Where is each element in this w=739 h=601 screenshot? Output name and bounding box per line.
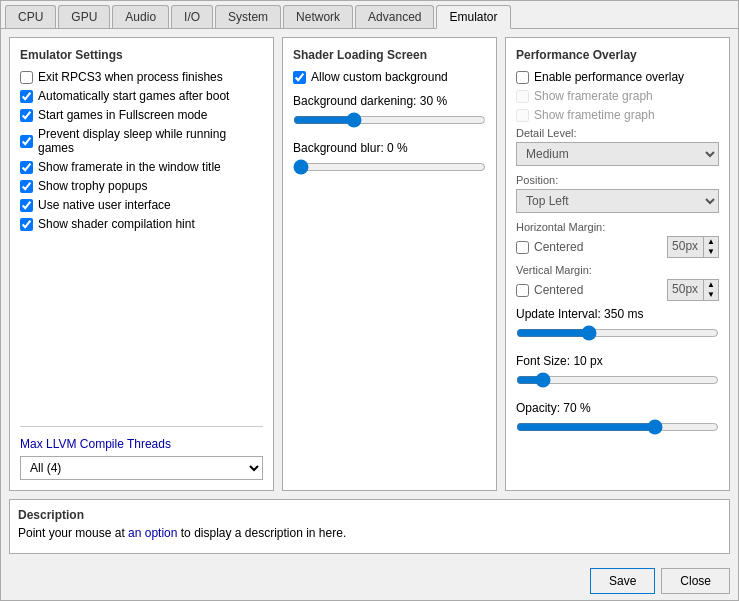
tab-cpu[interactable]: CPU <box>5 5 56 28</box>
emulator-settings-title: Emulator Settings <box>20 48 263 62</box>
shader-hint-label[interactable]: Show shader compilation hint <box>38 217 195 231</box>
trophy-popups-checkbox[interactable] <box>20 180 33 193</box>
position-select[interactable]: Top Left <box>516 189 719 213</box>
max-llvm-label: Max LLVM Compile Threads <box>20 437 263 451</box>
enable-perf-checkbox[interactable] <box>516 71 529 84</box>
opacity-value-text: 70 % <box>563 401 590 415</box>
save-button[interactable]: Save <box>590 568 655 594</box>
font-size-label: Font Size: 10 px <box>516 354 719 368</box>
emulator-settings-panel: Emulator Settings Exit RPCS3 when proces… <box>9 37 274 491</box>
bg-darkening-group: Background darkening: 30 % <box>293 94 486 131</box>
allow-custom-bg-checkbox[interactable] <box>293 71 306 84</box>
checkbox-exit-rpcs3: Exit RPCS3 when process finishes <box>20 70 263 84</box>
h-px-spinbox: 50px ▲ ▼ <box>667 236 719 258</box>
auto-start-checkbox[interactable] <box>20 90 33 103</box>
tab-system[interactable]: System <box>215 5 281 28</box>
fullscreen-label[interactable]: Start games in Fullscreen mode <box>38 108 207 122</box>
h-px-up-arrow[interactable]: ▲ <box>704 237 718 247</box>
performance-overlay-panel: Performance Overlay Enable performance o… <box>505 37 730 491</box>
detail-level-group: Detail Level: Medium <box>516 127 719 166</box>
update-interval-group: Update Interval: 350 ms <box>516 307 719 344</box>
bg-darkening-value: 30 % <box>420 94 447 108</box>
bg-blur-group: Background blur: 0 % <box>293 141 486 178</box>
close-button[interactable]: Close <box>661 568 730 594</box>
h-margin-label: Horizontal Margin: <box>516 221 719 233</box>
v-px-arrows: ▲ ▼ <box>703 280 718 300</box>
tab-audio[interactable]: Audio <box>112 5 169 28</box>
native-ui-checkbox[interactable] <box>20 199 33 212</box>
tab-gpu[interactable]: GPU <box>58 5 110 28</box>
description-text-after: to display a description in here. <box>177 526 346 540</box>
position-group: Position: Top Left <box>516 174 719 213</box>
v-margin-row: Centered 50px ▲ ▼ <box>516 279 719 301</box>
shader-hint-checkbox[interactable] <box>20 218 33 231</box>
opacity-group: Opacity: 70 % <box>516 401 719 438</box>
checkbox-trophy-popups: Show trophy popups <box>20 179 263 193</box>
description-text: Point your mouse at an option to display… <box>18 526 721 540</box>
h-px-value: 50px <box>668 237 703 257</box>
description-panel: Description Point your mouse at an optio… <box>9 499 730 554</box>
prevent-sleep-label[interactable]: Prevent display sleep while running game… <box>38 127 263 155</box>
update-interval-value-text: 350 ms <box>604 307 643 321</box>
v-margin-label: Vertical Margin: <box>516 264 719 276</box>
shader-loading-title: Shader Loading Screen <box>293 48 486 62</box>
h-centered-label[interactable]: Centered <box>534 240 662 254</box>
v-centered-label[interactable]: Centered <box>534 283 662 297</box>
footer: Save Close <box>1 562 738 600</box>
bg-blur-slider[interactable] <box>293 159 486 175</box>
tab-network[interactable]: Network <box>283 5 353 28</box>
framerate-title-checkbox[interactable] <box>20 161 33 174</box>
bg-blur-label: Background blur: 0 % <box>293 141 486 155</box>
opacity-slider[interactable] <box>516 419 719 435</box>
auto-start-label[interactable]: Automatically start games after boot <box>38 89 229 103</box>
show-frametime-graph-label: Show frametime graph <box>534 108 655 122</box>
show-frametime-graph-row: Show frametime graph <box>516 108 719 122</box>
allow-custom-bg-row: Allow custom background <box>293 70 486 84</box>
checkbox-prevent-sleep: Prevent display sleep while running game… <box>20 127 263 155</box>
checkbox-fullscreen: Start games in Fullscreen mode <box>20 108 263 122</box>
detail-level-select[interactable]: Medium <box>516 142 719 166</box>
checkbox-native-ui: Use native user interface <box>20 198 263 212</box>
native-ui-label[interactable]: Use native user interface <box>38 198 171 212</box>
checkbox-auto-start: Automatically start games after boot <box>20 89 263 103</box>
tab-emulator[interactable]: Emulator <box>436 5 510 29</box>
perf-overlay-title: Performance Overlay <box>516 48 719 62</box>
checkbox-shader-hint: Show shader compilation hint <box>20 217 263 231</box>
h-margin-row: Centered 50px ▲ ▼ <box>516 236 719 258</box>
exit-rpcs3-checkbox[interactable] <box>20 71 33 84</box>
content-area: Emulator Settings Exit RPCS3 when proces… <box>1 29 738 499</box>
shader-loading-panel: Shader Loading Screen Allow custom backg… <box>282 37 497 491</box>
tab-advanced[interactable]: Advanced <box>355 5 434 28</box>
show-framerate-graph-checkbox[interactable] <box>516 90 529 103</box>
description-text-before: Point your mouse at <box>18 526 128 540</box>
update-interval-label: Update Interval: 350 ms <box>516 307 719 321</box>
v-px-up-arrow[interactable]: ▲ <box>704 280 718 290</box>
font-size-slider[interactable] <box>516 372 719 388</box>
h-px-arrows: ▲ ▼ <box>703 237 718 257</box>
tab-io[interactable]: I/O <box>171 5 213 28</box>
prevent-sleep-checkbox[interactable] <box>20 135 33 148</box>
enable-perf-label[interactable]: Enable performance overlay <box>534 70 684 84</box>
framerate-title-label[interactable]: Show framerate in the window title <box>38 160 221 174</box>
bg-blur-value: 0 % <box>387 141 408 155</box>
h-centered-checkbox[interactable] <box>516 241 529 254</box>
v-centered-checkbox[interactable] <box>516 284 529 297</box>
v-px-spinbox: 50px ▲ ▼ <box>667 279 719 301</box>
checkbox-framerate-title: Show framerate in the window title <box>20 160 263 174</box>
bg-darkening-slider[interactable] <box>293 112 486 128</box>
allow-custom-bg-label[interactable]: Allow custom background <box>311 70 448 84</box>
show-framerate-graph-row: Show framerate graph <box>516 89 719 103</box>
detail-level-label: Detail Level: <box>516 127 719 139</box>
tab-bar: CPU GPU Audio I/O System Network Advance… <box>1 1 738 29</box>
v-px-value: 50px <box>668 280 703 300</box>
show-frametime-graph-checkbox[interactable] <box>516 109 529 122</box>
max-llvm-select[interactable]: All (4) <box>20 456 263 480</box>
v-px-down-arrow[interactable]: ▼ <box>704 290 718 300</box>
opacity-label: Opacity: 70 % <box>516 401 719 415</box>
h-px-down-arrow[interactable]: ▼ <box>704 247 718 257</box>
description-title: Description <box>18 508 721 522</box>
exit-rpcs3-label[interactable]: Exit RPCS3 when process finishes <box>38 70 223 84</box>
fullscreen-checkbox[interactable] <box>20 109 33 122</box>
update-interval-slider[interactable] <box>516 325 719 341</box>
trophy-popups-label[interactable]: Show trophy popups <box>38 179 147 193</box>
